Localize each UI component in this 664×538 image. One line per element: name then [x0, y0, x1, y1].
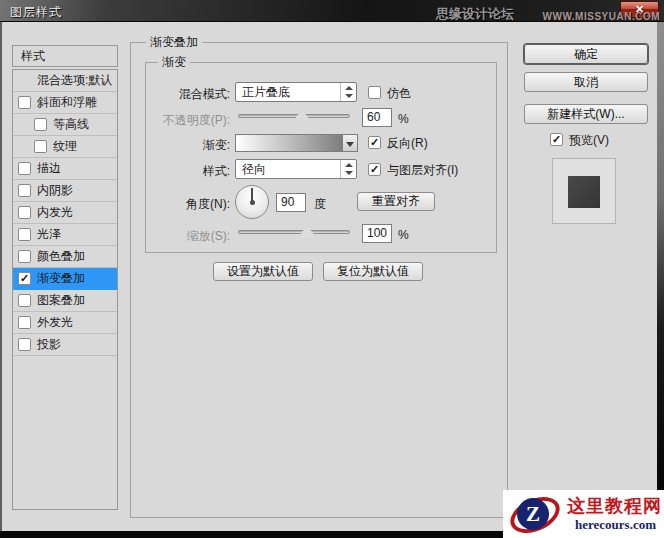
angle-label: 角度(N):	[100, 197, 230, 211]
scale-slider[interactable]	[238, 226, 350, 238]
dither-checkbox[interactable]	[368, 86, 381, 99]
style-preview-thumbnail	[552, 158, 616, 224]
spinner-arrows-icon	[340, 160, 356, 178]
layer-style-dialog: 图层样式 思缘设计论坛 WWW.MISSYUAN.COM ✕ 样式 混合选项:默…	[0, 0, 664, 538]
preview-checkbox[interactable]: ✓	[550, 133, 563, 146]
watermark-url-text: WWW.MISSYUAN.COM	[543, 11, 660, 22]
window-border-left	[0, 22, 2, 531]
subgroup-title: 渐变	[158, 55, 190, 69]
logo-z-icon: Z	[517, 498, 549, 530]
sidebar-item-label: 描边	[37, 161, 61, 175]
style-checkbox[interactable]: ✓	[18, 272, 31, 285]
make-default-button[interactable]: 设置为默认值	[213, 262, 313, 281]
sidebar-item-外发光[interactable]: 外发光	[13, 312, 117, 334]
sidebar-item-渐变叠加[interactable]: ✓ 渐变叠加	[13, 268, 117, 290]
style-value: 径向	[242, 162, 266, 176]
titlebar[interactable]: 图层样式 思缘设计论坛 WWW.MISSYUAN.COM ✕	[0, 0, 664, 22]
scale-label: 缩放(S):	[100, 229, 230, 243]
window-border-right	[657, 22, 664, 531]
dialog-title: 图层样式	[10, 4, 62, 21]
blend-mode-value: 正片叠底	[242, 85, 290, 99]
style-select[interactable]: 径向	[235, 159, 357, 179]
sidebar-item-label: 等高线	[53, 117, 89, 131]
style-checkbox[interactable]	[18, 250, 31, 263]
opacity-label: 不透明度(P):	[100, 113, 230, 127]
style-checkbox[interactable]	[18, 316, 31, 329]
group-title: 渐变叠加	[146, 35, 202, 49]
style-checkbox[interactable]	[18, 228, 31, 241]
gradient-label: 渐变:	[100, 138, 230, 152]
align-layer-checkbox[interactable]: ✓	[368, 163, 381, 176]
sidebar-item-label: 内阴影	[37, 183, 73, 197]
sidebar-item-label: 渐变叠加	[37, 271, 85, 285]
scale-unit: %	[398, 228, 409, 242]
style-checkbox[interactable]	[18, 162, 31, 175]
sidebar-item-label: 纹理	[53, 139, 77, 153]
style-checkbox[interactable]	[34, 140, 47, 153]
sidebar-item-label: 混合选项:默认	[37, 73, 112, 87]
opacity-slider[interactable]	[238, 110, 350, 122]
watermark-site-text: 思缘设计论坛	[436, 5, 514, 23]
sidebar-item-label: 颜色叠加	[37, 249, 85, 263]
opacity-input[interactable]: 60	[362, 108, 392, 127]
preview-label: 预览(V)	[569, 133, 609, 147]
angle-hub-icon	[250, 200, 255, 205]
sidebar-item-颜色叠加[interactable]: 颜色叠加	[13, 246, 117, 268]
scale-slider-groove	[238, 230, 350, 234]
scale-input[interactable]: 100	[362, 224, 392, 243]
style-checkbox[interactable]	[18, 338, 31, 351]
opacity-slider-thumb[interactable]	[296, 111, 308, 121]
styles-header: 样式	[12, 45, 118, 67]
logo-site-name: 这里教程网	[567, 494, 662, 518]
angle-unit: 度	[314, 197, 326, 211]
sidebar-item-label: 光泽	[37, 227, 61, 241]
gradient-preview-well[interactable]	[235, 134, 343, 152]
style-checkbox[interactable]	[18, 96, 31, 109]
opacity-slider-groove	[238, 114, 350, 118]
sidebar-item-label: 斜面和浮雕	[37, 95, 97, 109]
gradient-picker-arrow-icon[interactable]	[343, 134, 358, 152]
cancel-button[interactable]: 取消	[524, 72, 648, 92]
reverse-checkbox[interactable]: ✓	[368, 136, 381, 149]
logo-site-url: herecours.com	[575, 517, 656, 533]
blend-mode-label: 混合模式:	[100, 87, 230, 101]
sidebar-item-投影[interactable]: 投影	[13, 334, 117, 356]
tutorial-site-logo: Z 这里教程网 herecours.com	[503, 490, 664, 538]
opacity-unit: %	[398, 112, 409, 126]
style-label: 样式:	[100, 164, 230, 178]
style-checkbox[interactable]	[18, 184, 31, 197]
style-checkbox[interactable]	[18, 206, 31, 219]
angle-input[interactable]: 90	[276, 193, 306, 212]
sidebar-item-label: 图案叠加	[37, 293, 85, 307]
scale-slider-thumb[interactable]	[301, 227, 313, 237]
dither-label: 仿色	[387, 86, 411, 100]
sidebar-item-label: 内发光	[37, 205, 73, 219]
preview-swatch	[568, 176, 600, 208]
angle-dial[interactable]	[235, 185, 269, 219]
new-style-button[interactable]: 新建样式(W)...	[524, 104, 648, 124]
style-checkbox[interactable]	[34, 118, 47, 131]
reset-default-button[interactable]: 复位为默认值	[323, 262, 423, 281]
sidebar-item-label: 外发光	[37, 315, 73, 329]
align-layer-label: 与图层对齐(I)	[387, 163, 458, 177]
blend-mode-select[interactable]: 正片叠底	[235, 82, 357, 102]
sidebar-item-label: 投影	[37, 337, 61, 351]
style-checkbox[interactable]	[18, 294, 31, 307]
spinner-arrows-icon	[340, 83, 356, 101]
reverse-label: 反向(R)	[387, 136, 428, 150]
ok-button[interactable]: 确定	[524, 44, 648, 64]
reset-align-button[interactable]: 重置对齐	[357, 192, 435, 211]
style-list: 混合选项:默认 斜面和浮雕 等高线 纹理 描边 内阴影 内发光	[12, 69, 118, 510]
sidebar-item-图案叠加[interactable]: 图案叠加	[13, 290, 117, 312]
